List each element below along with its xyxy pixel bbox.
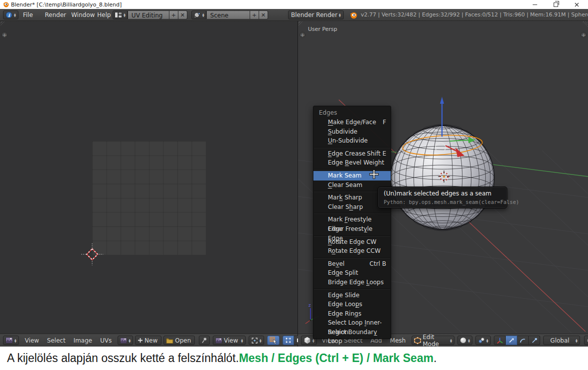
area-corner-grip[interactable] <box>0 21 6 27</box>
menu-item[interactable]: Clear Freestyle Edge <box>313 224 391 234</box>
caption-bar: A kijelölés alapján osszuk ketté a felsz… <box>0 347 588 370</box>
menu-file[interactable]: File <box>23 9 33 21</box>
rotate-manipulator-button[interactable] <box>517 336 529 345</box>
uv-menu-image[interactable]: Image <box>73 337 92 344</box>
scale-icon <box>531 337 538 344</box>
cube-3dview-icon <box>303 337 311 344</box>
scale-manipulator-button[interactable] <box>529 336 540 345</box>
manipulator-toggle-button[interactable] <box>494 336 506 345</box>
menu-help[interactable]: Help <box>97 9 111 21</box>
uv-editor-header: View Select Image UVs New Open View <box>0 334 297 347</box>
menu-item[interactable]: Edge CreaseShift E <box>313 149 391 159</box>
chevron-updown-icon <box>14 13 16 17</box>
region-expand-icon[interactable]: + <box>299 32 305 38</box>
menu-item[interactable]: Mark Freestyle Edge <box>313 215 391 224</box>
menu-item[interactable]: Select Boundary Loop <box>313 328 391 337</box>
menu-separator <box>313 211 391 215</box>
region-expand-icon[interactable]: + <box>581 32 587 38</box>
translate-arrow-icon <box>508 337 515 344</box>
menu-item[interactable]: Edge Rings <box>313 309 391 319</box>
pivot-icon <box>251 337 258 344</box>
layout-name-field[interactable]: UV Editing <box>128 10 169 19</box>
chevron-updown-icon <box>468 339 470 343</box>
display-channels-dropdown[interactable]: View <box>213 336 245 345</box>
minimize-button[interactable] <box>527 0 542 9</box>
menu-item[interactable]: Edge Slide <box>313 291 391 300</box>
folder-icon <box>166 338 173 344</box>
open-image-button[interactable]: Open <box>163 336 195 345</box>
pivot-point-dropdown[interactable] <box>475 336 491 345</box>
menu-item[interactable]: Bridge Edge Loops <box>313 278 391 287</box>
menu-item[interactable]: Un-Subdivide <box>313 136 391 146</box>
interaction-mode-dropdown[interactable]: Edit Mode <box>412 336 454 345</box>
chevron-updown-icon <box>14 339 16 343</box>
menu-separator <box>313 146 391 149</box>
tooltip-python-hint: Python: bpy.ops.mesh.mark_seam(clear=Fal… <box>384 199 519 205</box>
transform-orientation-dropdown[interactable]: Global <box>543 336 580 345</box>
add-scene-button[interactable]: + <box>250 10 259 19</box>
chevron-updown-icon <box>260 339 262 343</box>
scene-name-field[interactable]: Scene <box>206 10 250 19</box>
translate-manipulator-button[interactable] <box>506 336 517 345</box>
image-browse-button[interactable] <box>118 336 133 345</box>
manipulator-group <box>494 336 540 345</box>
menu-item[interactable]: Subdivide <box>313 127 391 137</box>
svg-text:z: z <box>308 303 311 308</box>
image-icon <box>215 338 222 344</box>
uv-pivot-dropdown[interactable] <box>249 336 264 345</box>
menu-item[interactable]: Edge Loops <box>313 300 391 309</box>
edges-context-menu: Edges Make Edge/FaceFSubdivideUn-Subdivi… <box>313 106 391 339</box>
scene-group: Scene + ✕ <box>191 10 268 19</box>
uv-menu-uvs[interactable]: UVs <box>100 337 112 344</box>
scene-browse-button[interactable] <box>191 10 206 19</box>
editor-type-info-button[interactable]: i <box>3 10 18 19</box>
viewport-shading-dropdown[interactable] <box>457 336 472 345</box>
caption-menu-path: Mesh / Edges (Ctrl + E) / Mark Seam <box>239 352 433 365</box>
view3d-menu-mesh[interactable]: Mesh <box>390 337 406 344</box>
blender-window: { "window": { "title": "Blender* [C:\\te… <box>0 0 588 370</box>
close-button[interactable] <box>569 0 584 9</box>
menu-item[interactable]: Select Loop Inner-Region <box>313 318 391 328</box>
pin-image-button[interactable] <box>199 336 210 345</box>
menu-separator <box>313 256 391 259</box>
caption-text: A kijelölés alapján osszuk ketté a felsz… <box>7 352 239 365</box>
blender-logo-icon <box>349 11 357 19</box>
add-layout-button[interactable]: + <box>169 10 178 19</box>
edges-menu-items: Make Edge/FaceFSubdivideUn-SubdivideEdge… <box>313 118 391 337</box>
menu-window[interactable]: Window <box>71 9 95 21</box>
menu-item[interactable]: BevelCtrl B <box>313 259 391 269</box>
menu-item[interactable]: Rotate Edge CW <box>313 237 391 247</box>
axes-icon <box>496 337 503 344</box>
menu-render[interactable]: Render <box>45 9 66 21</box>
uv-image-editor[interactable]: + <box>0 21 297 334</box>
info-header: i File Render Window Help UV Editing + ✕… <box>0 9 588 21</box>
menu-item[interactable]: Rotate Edge CCW <box>313 246 391 256</box>
menu-item[interactable]: Edge Split <box>313 268 391 278</box>
image-icon <box>120 338 127 344</box>
mouse-crosshair-cursor <box>369 169 379 180</box>
uv-vertex-icon <box>285 337 292 344</box>
image-editor-icon <box>5 337 13 344</box>
new-image-button[interactable]: New <box>135 336 161 345</box>
chevron-updown-icon <box>241 339 243 343</box>
delete-layout-button[interactable]: ✕ <box>178 10 187 19</box>
mesh-select-mode-group <box>584 336 588 345</box>
region-expand-icon[interactable]: + <box>1 32 7 38</box>
editor-type-image-button[interactable] <box>3 336 19 345</box>
chevron-updown-icon <box>450 339 452 343</box>
area-divider[interactable] <box>297 21 298 347</box>
uv-vertex-select-button[interactable] <box>283 336 294 345</box>
menu-item[interactable]: Make Edge/FaceF <box>313 118 391 127</box>
delete-scene-button[interactable]: ✕ <box>259 10 268 19</box>
uv-menu-select[interactable]: Select <box>47 337 65 344</box>
menu-item[interactable]: Edge Bevel Weight <box>313 158 391 168</box>
uv-sync-selection-toggle[interactable] <box>267 336 280 345</box>
uv-menu-view[interactable]: View <box>25 337 39 344</box>
render-engine-dropdown[interactable]: Blender Render <box>288 10 344 19</box>
shading-sphere-icon <box>460 337 466 344</box>
layout-browse-button[interactable] <box>113 10 128 19</box>
scene-statistics: v2.77 | Verts:32/482 | Edges:32/992 | Fa… <box>361 9 588 21</box>
restore-button[interactable] <box>548 0 563 9</box>
vertex-select-mode-button[interactable] <box>584 336 588 345</box>
chevron-updown-icon <box>486 339 488 343</box>
